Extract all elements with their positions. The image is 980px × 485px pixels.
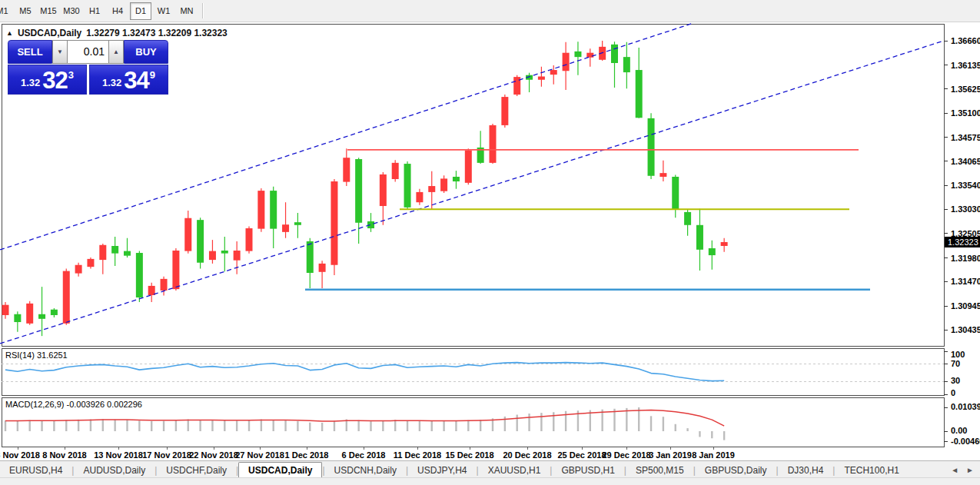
- chart-tab-gbpusd-h1[interactable]: GBPUSD,H1: [552, 463, 623, 478]
- chart-tab-sp500-m15[interactable]: SP500,M15: [626, 463, 693, 478]
- candle-body: [721, 242, 728, 246]
- candle-body: [63, 271, 70, 324]
- chart-ohlc-values: 1.32279 1.32473 1.32209 1.32323: [86, 28, 228, 38]
- current-price-tag: 1.32323: [945, 237, 980, 247]
- sell-price-panel[interactable]: 1.32 32 3: [8, 65, 87, 95]
- candle-body: [14, 314, 21, 322]
- candle-body: [270, 191, 277, 229]
- timeframe-button-w1[interactable]: W1: [153, 2, 174, 20]
- candle-body: [636, 70, 643, 118]
- candle-body: [87, 259, 94, 267]
- candle-body: [234, 251, 241, 261]
- axis-label: 1.32323: [948, 238, 978, 247]
- timeframe-button-m1[interactable]: M1: [0, 2, 13, 20]
- chart-tab-usdcad-daily[interactable]: USDCAD,Daily: [238, 462, 322, 478]
- axis-label: 1.34575: [951, 133, 980, 142]
- axis-label: 22 Nov 2018: [189, 450, 238, 460]
- candle-body: [648, 118, 655, 176]
- sell-price-prefix: 1.32: [21, 75, 40, 91]
- axis-label: 1.31470: [951, 277, 980, 286]
- rsi-value: 31.6251: [37, 350, 68, 360]
- candle-body: [307, 241, 314, 273]
- chart-tab-gbpusd-daily[interactable]: GBPUSD,Daily: [696, 463, 776, 478]
- axis-label: 13 Nov 2018: [94, 450, 143, 460]
- timeframe-button-m15[interactable]: M15: [38, 2, 59, 20]
- tab-scroll-right-icon[interactable]: ►: [966, 466, 974, 474]
- candle-body: [563, 53, 570, 71]
- candle-body: [2, 305, 9, 315]
- axis-label: 1.30435: [951, 325, 980, 334]
- status-strip: [0, 477, 980, 485]
- tab-scroll-nav: ◄►: [951, 461, 980, 478]
- candle-body: [161, 279, 168, 291]
- candle-body: [465, 151, 472, 183]
- candle-body: [197, 220, 204, 263]
- sell-button[interactable]: SELL: [8, 40, 52, 64]
- axis-label: 3 Jan 2019: [649, 450, 692, 460]
- candle-body: [550, 70, 557, 75]
- chart-title: ▲ USDCAD,Daily 1.32279 1.32473 1.32209 1…: [6, 28, 228, 38]
- volume-decrease-button[interactable]: ▼: [52, 40, 68, 64]
- chart-tab-tech100-h1[interactable]: TECH100,H1: [835, 463, 908, 478]
- timeframe-button-h1[interactable]: H1: [84, 2, 105, 20]
- macd-values: -0.003926 0.002296: [66, 400, 141, 409]
- candle-body: [209, 251, 216, 260]
- chart-tab-eurusd-h4[interactable]: EURUSD,H4: [0, 463, 71, 478]
- candle-body: [709, 248, 716, 255]
- chart-tab-audusd-daily[interactable]: AUDUSD,Daily: [74, 463, 154, 478]
- chart-tab-usdcnh-daily[interactable]: USDCNH,Daily: [325, 463, 406, 478]
- candle-body: [404, 164, 411, 208]
- axis-label: 1 Dec 2018: [285, 450, 329, 460]
- tab-scroll-left-icon[interactable]: ◄: [951, 466, 958, 474]
- macd-panel-frame: [2, 397, 944, 447]
- candle-body: [343, 158, 350, 181]
- candle-body: [659, 173, 666, 177]
- buy-price-panel[interactable]: 1.32 34 9: [89, 65, 168, 95]
- rsi-panel-frame: [2, 348, 944, 395]
- chart-tab-usdjpy-h4[interactable]: USDJPY,H4: [408, 463, 476, 478]
- volume-input[interactable]: 0.01: [68, 40, 108, 64]
- axis-label: 6 Dec 2018: [342, 450, 386, 460]
- buy-price-big-digits: 34: [124, 71, 148, 91]
- chart-tabs-bar: EURUSD,H4|AUDUSD,Daily|USDCHF,Daily|USDC…: [0, 460, 980, 478]
- axis-label: 1.30945: [951, 301, 980, 311]
- timeframe-button-h4[interactable]: H4: [107, 2, 128, 20]
- candle-body: [257, 191, 264, 229]
- candle-body: [586, 53, 593, 58]
- axis-label: 15 Dec 2018: [446, 450, 494, 460]
- candle-body: [684, 212, 691, 225]
- timeframe-toolbar: M1M5M15M30H1H4D1W1MN: [0, 0, 980, 22]
- axis-label: 1.33540: [951, 181, 980, 190]
- date-axis: 3 Nov 20188 Nov 201813 Nov 201817 Nov 20…: [0, 447, 735, 460]
- candle-body: [51, 310, 58, 315]
- macd-indicator-label: MACD(12,26,9) -0.003926 0.002296: [5, 400, 142, 409]
- axis-label: 29 Dec 2018: [603, 450, 651, 460]
- candle-body: [453, 177, 460, 181]
- axis-label: 8 Jan 2019: [692, 450, 735, 460]
- axis-label: 1.31980: [951, 254, 980, 263]
- axis-label: 1.33030: [951, 204, 980, 214]
- chart-tab-xauusd-h1[interactable]: XAUUSD,H1: [479, 463, 550, 478]
- timeframe-button-d1[interactable]: D1: [130, 2, 151, 20]
- chart-tab-dj30-h4[interactable]: DJ30,H4: [779, 463, 833, 478]
- timeframe-button-m30[interactable]: M30: [61, 2, 82, 20]
- timeframe-button-mn[interactable]: MN: [176, 2, 198, 20]
- buy-button[interactable]: BUY: [124, 40, 168, 64]
- chart-tab-usdchf-daily[interactable]: USDCHF,Daily: [157, 463, 236, 478]
- collapse-arrow-icon[interactable]: ▲: [6, 29, 13, 37]
- axis-label: 27 Nov 2018: [235, 450, 284, 460]
- axis-label: 11 Dec 2018: [394, 450, 441, 460]
- one-click-trading-widget: SELL ▼ 0.01 ▲ BUY 1.32 32 3 1.32 34 9: [8, 40, 168, 95]
- candle-body: [221, 251, 228, 254]
- timeframe-button-m5[interactable]: M5: [15, 2, 36, 20]
- candle-body: [282, 224, 289, 232]
- buy-price-pip-digit: 9: [150, 69, 155, 81]
- candle-body: [574, 51, 581, 57]
- candle-body: [611, 45, 618, 63]
- volume-increase-button[interactable]: ▲: [108, 40, 124, 64]
- candle-body: [440, 178, 447, 191]
- candle-body: [392, 163, 399, 179]
- axis-label: 1.35100: [951, 108, 980, 118]
- candle-body: [136, 253, 143, 297]
- candle-body: [501, 97, 508, 125]
